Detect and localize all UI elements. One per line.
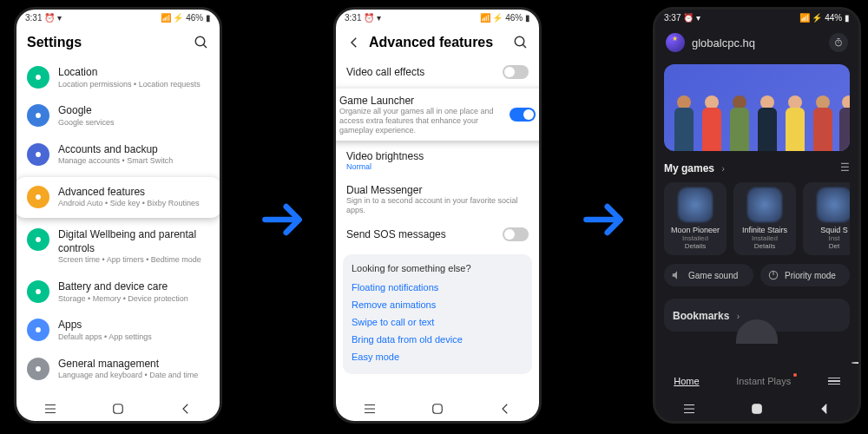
- phone-game-launcher: 3:37 ⏰ ▾ 📶 ⚡ 44% ▮ globalcpc.hq My games…: [653, 7, 861, 424]
- feature-item[interactable]: Video call effects: [336, 59, 539, 85]
- feature-title: Dual Messenger: [346, 184, 529, 196]
- my-games-section: My games › ☰ Moon Pioneer Installed Deta…: [664, 160, 850, 255]
- header: Advanced features: [336, 26, 539, 59]
- game-sound-button[interactable]: Game sound: [664, 264, 753, 286]
- settings-item[interactable]: GoogleGoogle services: [22, 97, 214, 135]
- extra-link[interactable]: Bring data from old device: [352, 331, 523, 348]
- back-icon[interactable]: [346, 35, 362, 50]
- feature-item[interactable]: Send SOS messages: [336, 221, 539, 247]
- status-bar: 3:31 ⏰ ▾ 📶 ⚡ 46% ▮: [16, 10, 220, 26]
- notification-dot-icon: [852, 362, 861, 364]
- settings-item[interactable]: Battery and device careStorage • Memory …: [22, 273, 214, 311]
- feature-title: Send SOS messages: [346, 228, 503, 240]
- back-button[interactable]: [497, 401, 513, 417]
- extras-title: Looking for something else?: [352, 263, 523, 273]
- category-icon: [27, 280, 49, 303]
- my-games-title[interactable]: My games ›: [664, 160, 725, 175]
- item-subtitle: Screen time • App timers • Bedtime mode: [58, 255, 209, 266]
- game-card[interactable]: Moon Pioneer Installed Details: [664, 182, 727, 255]
- search-icon[interactable]: [194, 35, 209, 50]
- settings-item[interactable]: Accounts and backupManage accounts • Sma…: [22, 136, 214, 174]
- game-card[interactable]: Squid S Inst Det: [803, 182, 850, 255]
- power-icon: [767, 269, 779, 281]
- game-card[interactable]: Infinite Stairs Installed Details: [733, 182, 796, 255]
- settings-item[interactable]: Advanced featuresAndroid Auto • Side key…: [15, 177, 221, 218]
- header: Settings: [16, 26, 220, 59]
- arrow-icon: [580, 195, 628, 255]
- settings-list: LocationLocation permissions • Location …: [16, 59, 220, 388]
- feature-subtitle: Sign in to a second account in your favo…: [346, 196, 529, 215]
- toggle-switch[interactable]: [503, 65, 529, 79]
- feature-item[interactable]: Dual MessengerSign in to a second accoun…: [336, 178, 539, 221]
- bookmarks-section[interactable]: Bookmarks ›: [664, 299, 850, 332]
- svg-point-7: [36, 289, 41, 294]
- settings-item[interactable]: Digital Wellbeing and parental controlsS…: [22, 221, 214, 273]
- category-icon: [27, 66, 49, 89]
- extra-link[interactable]: Swipe to call or text: [352, 313, 523, 331]
- item-title: Accounts and backup: [58, 143, 209, 157]
- status-bar: 3:31 ⏰ ▾ 📶 ⚡ 46% ▮: [336, 10, 539, 26]
- category-icon: [27, 186, 49, 208]
- chevron-right-icon: ›: [721, 164, 724, 174]
- item-title: Advanced features: [58, 186, 209, 200]
- extra-link[interactable]: Floating notifications: [352, 279, 523, 296]
- game-details-link[interactable]: Details: [667, 242, 723, 250]
- item-title: Digital Wellbeing and parental controls: [58, 228, 209, 255]
- tab-home[interactable]: Home: [674, 376, 699, 386]
- item-title: Location: [58, 66, 209, 80]
- svg-line-16: [523, 44, 526, 48]
- game-details-link[interactable]: Details: [737, 242, 792, 250]
- feature-title: Video call effects: [346, 66, 503, 78]
- game-name: Infinite Stairs: [737, 226, 792, 234]
- nav-bar: [16, 397, 220, 421]
- item-title: General management: [58, 358, 209, 372]
- username[interactable]: globalcpc.hq: [692, 36, 822, 49]
- game-details-link[interactable]: Det: [806, 242, 850, 250]
- home-button[interactable]: [749, 401, 765, 417]
- item-title: Apps: [58, 319, 209, 332]
- hero-image[interactable]: [664, 64, 850, 151]
- looking-for-box: Looking for something else? Floating not…: [343, 254, 532, 374]
- category-icon: [27, 143, 49, 166]
- toggle-switch[interactable]: [503, 227, 529, 241]
- nav-bar: [336, 397, 539, 421]
- feature-item[interactable]: Video brightnessNormal: [336, 144, 539, 178]
- settings-item[interactable]: LocationLocation permissions • Location …: [22, 59, 214, 96]
- home-button[interactable]: [110, 401, 126, 417]
- svg-point-15: [515, 36, 524, 46]
- tab-instant-plays[interactable]: Instant Plays: [736, 376, 791, 386]
- recents-button[interactable]: [362, 401, 378, 417]
- game-name: Squid S: [806, 226, 850, 234]
- phone-advanced-features: 3:31 ⏰ ▾ 📶 ⚡ 46% ▮ Advanced features Vid…: [333, 7, 542, 424]
- extra-link[interactable]: Remove animations: [352, 296, 523, 313]
- svg-point-4: [36, 152, 41, 157]
- game-launcher-header: globalcpc.hq: [655, 26, 858, 59]
- timer-icon[interactable]: [829, 33, 848, 52]
- back-button[interactable]: [817, 401, 832, 417]
- settings-item[interactable]: AppsDefault apps • App settings: [22, 312, 214, 349]
- recents-button[interactable]: [43, 401, 58, 417]
- svg-line-1: [203, 44, 207, 48]
- recents-button[interactable]: [681, 401, 697, 417]
- item-title: Google: [58, 104, 209, 118]
- menu-icon[interactable]: [828, 378, 840, 385]
- sort-icon[interactable]: ☰: [840, 161, 850, 174]
- drawer-handle-icon[interactable]: [736, 319, 778, 344]
- svg-point-9: [36, 366, 41, 372]
- home-button[interactable]: [430, 401, 445, 417]
- feature-item[interactable]: Game LauncherOrganize all your games all…: [333, 89, 542, 141]
- settings-item[interactable]: General managementLanguage and keyboard …: [22, 351, 214, 388]
- extra-link[interactable]: Easy mode: [352, 348, 523, 365]
- category-icon: [27, 319, 49, 341]
- feature-title: Game Launcher: [339, 95, 510, 107]
- priority-mode-button[interactable]: Priority mode: [760, 264, 850, 286]
- feature-subtitle: Organize all your games all in one place…: [339, 107, 510, 135]
- notification-dot-icon: [793, 373, 797, 377]
- search-icon[interactable]: [513, 35, 529, 50]
- back-button[interactable]: [178, 401, 194, 417]
- avatar-icon[interactable]: [666, 33, 685, 52]
- toggle-switch[interactable]: [510, 108, 536, 122]
- category-icon: [27, 228, 49, 251]
- svg-point-8: [36, 327, 41, 332]
- game-icon: [678, 187, 713, 222]
